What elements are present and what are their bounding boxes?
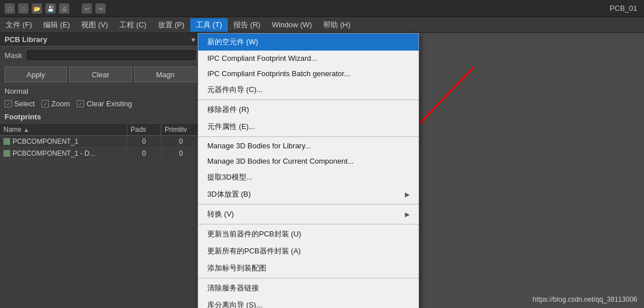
clear-button[interactable]: Clear bbox=[69, 66, 132, 82]
menu-file[interactable]: 文件 (F) bbox=[0, 18, 37, 32]
app-icon: ⬡ bbox=[5, 3, 15, 14]
clear-existing-label: Clear Existing bbox=[86, 99, 132, 108]
menu-place[interactable]: 放置 (P) bbox=[152, 18, 190, 32]
select-label: Select bbox=[14, 99, 35, 108]
menu-clear-server[interactable]: 清除服务器链接 bbox=[198, 280, 419, 297]
menu-manage-3d-current[interactable]: Manage 3D Bodies for Current Component..… bbox=[198, 153, 419, 169]
menu-arrow-icon: ▶ bbox=[405, 191, 409, 198]
button-row: Apply Clear Magn bbox=[0, 64, 201, 85]
redo-icon[interactable]: ↪ bbox=[95, 3, 106, 14]
undo-icon[interactable]: ↩ bbox=[82, 3, 92, 14]
menu-convert-arrow-icon: ▶ bbox=[405, 211, 409, 218]
menu-edit[interactable]: 编辑 (E) bbox=[37, 18, 76, 32]
td-name-1: PCBCOMPONENT_1 bbox=[0, 136, 127, 147]
magn-button[interactable]: Magn bbox=[134, 66, 196, 82]
panel-header: PCB Library ▼ bbox=[0, 33, 201, 47]
print-icon: 🖨 bbox=[59, 3, 69, 14]
td-pads-1: 0 bbox=[127, 136, 161, 147]
menu-tools[interactable]: 工具 (T) bbox=[190, 18, 228, 32]
zoom-checkbox[interactable]: ✓ Zoom bbox=[41, 99, 70, 108]
save-icon: 💾 bbox=[45, 3, 56, 14]
watermark: https://blog.csdn.net/qq_38113006 bbox=[533, 295, 637, 303]
select-checkbox[interactable]: ✓ Select bbox=[5, 99, 35, 108]
menu-manage-3d-library[interactable]: Manage 3D Bodies for Library... bbox=[198, 138, 419, 153]
menu-convert[interactable]: 转换 (V) ▶ bbox=[198, 206, 419, 223]
th-name: Name ▲ bbox=[0, 124, 127, 135]
table-row[interactable]: PCBCOMPONENT_1 0 0 bbox=[0, 136, 201, 148]
checkboxes-row: ✓ Select ✓ Zoom ✓ Clear Existing bbox=[0, 98, 201, 110]
apply-button[interactable]: Apply bbox=[5, 66, 67, 82]
normal-label: Normal bbox=[0, 85, 201, 98]
menu-help[interactable]: 帮助 (H) bbox=[317, 18, 356, 32]
component-icon-1 bbox=[3, 138, 10, 145]
menu-add-designator[interactable]: 添加标号到装配图 bbox=[198, 260, 419, 277]
menu-divider-3 bbox=[198, 204, 419, 205]
select-checkbox-box[interactable]: ✓ bbox=[5, 100, 12, 107]
zoom-label: Zoom bbox=[51, 99, 70, 108]
td-prim-1: 0 bbox=[161, 136, 201, 147]
td-prim-2: 0 bbox=[161, 148, 201, 159]
table-header: Name ▲ Pads Primitiv bbox=[0, 124, 201, 136]
menu-library-split[interactable]: 库分离向导 (S)... bbox=[198, 297, 419, 308]
title-bar-icons: ⬡ □ 📂 💾 🖨 ↩ ↪ bbox=[0, 0, 106, 17]
menu-remove-component[interactable]: 移除器件 (R) bbox=[198, 101, 419, 118]
menu-report[interactable]: 报告 (R) bbox=[228, 18, 266, 32]
th-primitives: Primitiv bbox=[161, 124, 201, 135]
td-pads-2: 0 bbox=[127, 148, 161, 159]
left-panel: PCB Library ▼ Mask Apply Clear Magn Norm… bbox=[0, 33, 202, 308]
menu-extract-3d[interactable]: 提取3D模型... bbox=[198, 169, 419, 186]
window-title: PCB_01 bbox=[610, 4, 637, 13]
clear-existing-checkbox[interactable]: ✓ Clear Existing bbox=[77, 99, 132, 108]
dropdown-menu: 新的空元件 (W) IPC Compliant Footprint Wizard… bbox=[198, 33, 419, 308]
menu-view[interactable]: 视图 (V) bbox=[76, 18, 114, 32]
menu-divider-5 bbox=[198, 278, 419, 278]
menu-component-wizard[interactable]: 元器件向导 (C)... bbox=[198, 81, 419, 98]
mask-row: Mask bbox=[0, 47, 201, 64]
td-name-2: PCBCOMPONENT_1 - D... bbox=[0, 148, 127, 159]
panel-collapse-icon[interactable]: ▼ bbox=[190, 36, 196, 43]
menu-divider-2 bbox=[198, 136, 419, 137]
menu-update-current-pcb[interactable]: 更新当前器件的PCB封装 (U) bbox=[198, 226, 419, 243]
th-pads: Pads bbox=[127, 124, 161, 135]
table-row[interactable]: PCBCOMPONENT_1 - D... 0 0 bbox=[0, 148, 201, 160]
menu-component-props[interactable]: 元件属性 (E)... bbox=[198, 118, 419, 135]
panel-title: PCB Library bbox=[5, 35, 47, 44]
mask-label: Mask bbox=[5, 51, 22, 60]
title-bar: ⬡ □ 📂 💾 🖨 ↩ ↪ PCB_01 bbox=[0, 0, 644, 17]
menu-ipc-wizard[interactable]: IPC Compliant Footprint Wizard... bbox=[198, 51, 419, 66]
open-icon: 📂 bbox=[32, 3, 42, 14]
zoom-checkbox-box[interactable]: ✓ bbox=[41, 100, 49, 107]
new-icon: □ bbox=[18, 3, 28, 14]
menu-window[interactable]: Window (W) bbox=[266, 19, 318, 31]
menu-update-all-pcb[interactable]: 更新所有的PCB器件封装 (A) bbox=[198, 243, 419, 260]
sort-arrow-icon: ▲ bbox=[23, 127, 29, 133]
menu-ipc-batch[interactable]: IPC Compliant Footprints Batch generator… bbox=[198, 66, 419, 81]
menu-divider-4 bbox=[198, 224, 419, 224]
menu-divider-1 bbox=[198, 99, 419, 100]
footprints-header: Footprints bbox=[0, 110, 201, 124]
menu-3d-place[interactable]: 3D体放置 (B) ▶ bbox=[198, 186, 419, 203]
mask-input[interactable] bbox=[26, 49, 196, 61]
menu-bar: 文件 (F) 编辑 (E) 视图 (V) 工程 (C) 放置 (P) 工具 (T… bbox=[0, 17, 644, 33]
component-icon-2 bbox=[3, 150, 10, 157]
clear-existing-checkbox-box[interactable]: ✓ bbox=[77, 100, 84, 107]
tools-dropdown: 新的空元件 (W) IPC Compliant Footprint Wizard… bbox=[198, 33, 419, 308]
menu-new-empty[interactable]: 新的空元件 (W) bbox=[198, 34, 419, 51]
menu-project[interactable]: 工程 (C) bbox=[114, 18, 152, 32]
main-layout: PCB Library ▼ Mask Apply Clear Magn Norm… bbox=[0, 33, 644, 308]
